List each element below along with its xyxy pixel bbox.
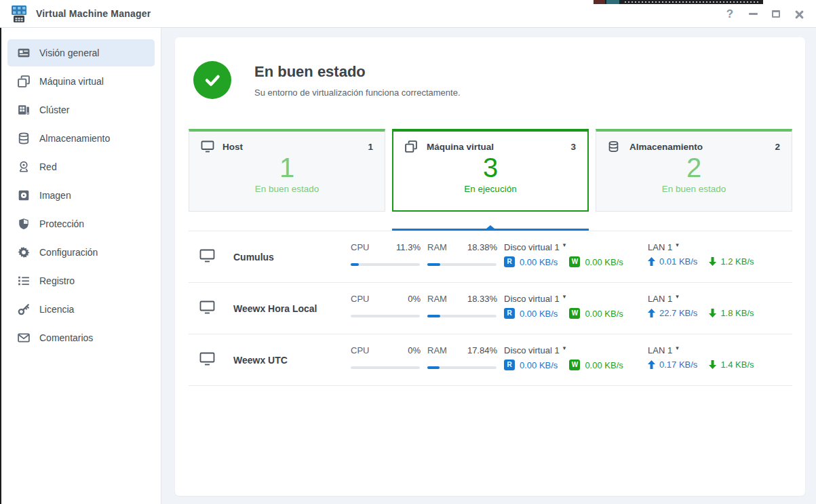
network-icon (18, 161, 30, 173)
ram-progressbar (427, 366, 497, 369)
close-icon[interactable] (791, 6, 807, 22)
card-count: 3 (570, 142, 576, 152)
card-status: En buen estado (596, 184, 792, 194)
lan-select[interactable]: LAN 1 (648, 294, 672, 304)
download-arrow-icon (709, 257, 716, 266)
caret-down-icon[interactable] (676, 293, 679, 300)
cpu-label: CPU (351, 345, 369, 355)
disk-read-value: 0.00 KB/s (520, 257, 558, 267)
window-controls: ? (718, 0, 811, 28)
disk-select[interactable]: Disco virtual 1 (504, 294, 560, 304)
sidebar-item-virtual-machine[interactable]: Máquina virtual (7, 68, 155, 95)
lan-select[interactable]: LAN 1 (648, 242, 672, 252)
vm-name: Cumulus (233, 252, 274, 263)
disk-read-value: 0.00 KB/s (520, 309, 558, 319)
sidebar-item-label: Red (39, 161, 57, 172)
sidebar-item-label: Configuración (39, 247, 98, 258)
vm-monitor-icon (199, 352, 215, 368)
sidebar-item-network[interactable]: Red (7, 153, 155, 180)
window-left-edge (0, 28, 1, 504)
card-label: Host (222, 142, 243, 152)
caret-down-icon[interactable] (563, 293, 566, 300)
cpu-value: 0% (408, 345, 421, 355)
help-icon[interactable]: ? (722, 6, 738, 22)
sidebar-item-log[interactable]: Registro (7, 267, 155, 294)
vm-monitor-icon (199, 249, 215, 265)
vm-row-weewx-hora-local[interactable]: Weewx Hora Local CPU0% RAM18.33% Disco v… (189, 283, 792, 334)
ram-label: RAM (427, 345, 447, 355)
app-title: Virtual Machine Manager (36, 0, 151, 28)
main-area: En buen estado Su entorno de virtualizac… (161, 28, 816, 504)
disk-write-value: 0.00 KB/s (585, 257, 623, 267)
vmm-app-icon (9, 5, 29, 23)
cpu-value: 0% (408, 294, 421, 304)
ram-value: 18.38% (467, 242, 497, 252)
caret-down-icon[interactable] (563, 345, 566, 351)
card-label: Máquina virtual (427, 142, 494, 152)
cpu-progressbar (351, 366, 420, 369)
write-badge: W (569, 256, 580, 267)
maximize-icon[interactable] (768, 6, 784, 22)
upload-arrow-icon (648, 257, 655, 266)
sidebar-item-label: Clúster (39, 104, 69, 115)
vm-name: Weewx Hora Local (233, 303, 317, 314)
vm-row-weewx-utc[interactable]: Weewx UTC CPU0% RAM17.84% Disco virtual … (189, 334, 792, 386)
upload-arrow-icon (648, 309, 655, 317)
sidebar-item-cluster[interactable]: Clúster (7, 96, 155, 123)
sidebar-item-feedback[interactable]: Comentarios (7, 324, 155, 351)
overview-panel: En buen estado Su entorno de virtualizac… (175, 37, 805, 496)
lan-down-value: 1.4 KB/s (720, 360, 754, 370)
card-label: Almacenamiento (629, 142, 703, 152)
upload-arrow-icon (648, 360, 655, 369)
card-storage[interactable]: Almacenamiento 2 2 En buen estado (596, 129, 792, 212)
ram-value: 18.33% (467, 294, 497, 304)
sidebar-item-label: Registro (39, 275, 75, 286)
cpu-label: CPU (351, 294, 369, 304)
write-badge: W (569, 360, 580, 370)
sidebar: Visión general Máquina virtual Clúster A… (1, 28, 161, 504)
write-badge: W (569, 308, 580, 319)
sidebar-item-label: Almacenamiento (39, 133, 110, 144)
vm-row-cumulus[interactable]: Cumulus CPU11.3% RAM18.38% Disco virtual… (189, 231, 792, 283)
caret-down-icon[interactable] (676, 345, 679, 351)
lan-up-value: 22.7 KB/s (659, 308, 697, 318)
vm-monitor-icon (199, 301, 215, 317)
ram-progressbar (427, 315, 497, 317)
sidebar-item-settings[interactable]: Configuración (7, 239, 155, 266)
disk-select[interactable]: Disco virtual 1 (504, 345, 560, 355)
download-arrow-icon (709, 360, 716, 369)
read-badge: R (504, 256, 515, 267)
ram-label: RAM (427, 242, 447, 252)
sidebar-item-overview[interactable]: Visión general (7, 39, 155, 66)
caret-down-icon[interactable] (563, 241, 566, 248)
card-big-number: 1 (189, 153, 385, 182)
shield-icon (18, 218, 30, 230)
caret-down-icon[interactable] (676, 241, 679, 248)
sidebar-item-label: Protección (39, 218, 84, 229)
sidebar-item-protection[interactable]: Protección (7, 210, 155, 237)
disk-read-value: 0.00 KB/s (520, 360, 558, 370)
titlebar: Virtual Machine Manager ? (0, 0, 816, 28)
card-host[interactable]: Host 1 1 En buen estado (189, 129, 385, 212)
desktop-taskbar-artifact (594, 0, 763, 4)
sidebar-item-license[interactable]: Licencia (7, 296, 155, 323)
sidebar-item-image[interactable]: Imagen (7, 182, 155, 209)
image-icon (18, 189, 30, 201)
minimize-icon[interactable] (745, 6, 761, 22)
sidebar-item-label: Comentarios (39, 332, 93, 343)
lan-select[interactable]: LAN 1 (648, 345, 672, 355)
taskbar-red-fragment (594, 0, 605, 4)
read-badge: R (504, 308, 515, 319)
sidebar-item-storage[interactable]: Almacenamiento (7, 125, 155, 152)
card-virtual-machine[interactable]: Máquina virtual 3 3 En ejecución (392, 129, 589, 212)
card-status: En buen estado (189, 184, 385, 194)
disk-select[interactable]: Disco virtual 1 (504, 242, 560, 252)
log-list-icon (18, 275, 30, 287)
sidebar-item-label: Visión general (39, 47, 99, 58)
cpu-value: 11.3% (396, 242, 421, 252)
taskbar-text-fragment (625, 1, 759, 3)
sidebar-item-label: Máquina virtual (39, 76, 104, 87)
healthy-check-icon (193, 61, 231, 99)
gear-icon (18, 246, 30, 258)
read-badge: R (504, 360, 515, 370)
